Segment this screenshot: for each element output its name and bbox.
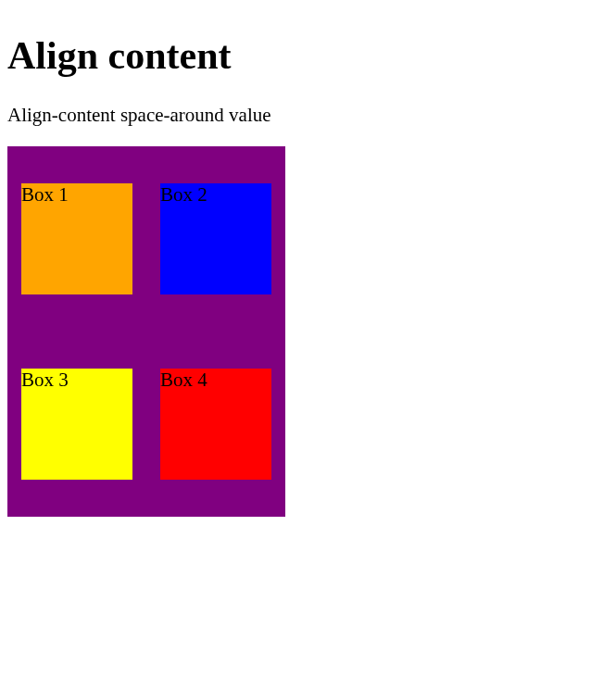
page-heading: Align content xyxy=(7,33,609,78)
flex-container: Box 1 Box 2 Box 3 Box 4 xyxy=(7,146,285,517)
box-2: Box 2 xyxy=(160,183,271,294)
box-3: Box 3 xyxy=(21,369,132,480)
page-description: Align-content space-around value xyxy=(7,104,609,127)
box-1: Box 1 xyxy=(21,183,132,294)
box-4: Box 4 xyxy=(160,369,271,480)
